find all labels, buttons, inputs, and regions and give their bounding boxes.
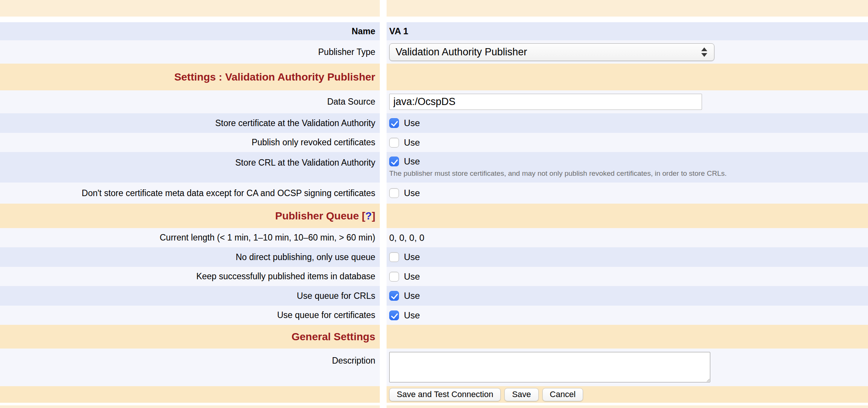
use-label: Use [404, 137, 420, 148]
queue-crls-label: Use queue for CRLs [297, 291, 375, 301]
cancel-button[interactable]: Cancel [542, 388, 583, 401]
row-dont-store-meta: Don't store certificate meta data except… [0, 183, 868, 204]
table-gap [0, 403, 868, 405]
publisher-type-select[interactable]: Validation Authority Publisher [389, 43, 714, 61]
no-direct-publishing-checkbox[interactable] [389, 252, 399, 262]
name-label: Name [352, 26, 375, 37]
table-gap [0, 17, 868, 22]
store-certificate-checkbox[interactable] [389, 118, 399, 128]
store-crl-label: Store CRL at the Validation Authority [235, 157, 375, 168]
use-label: Use [404, 310, 420, 321]
data-source-label: Data Source [327, 96, 375, 107]
keep-published-checkbox[interactable] [389, 272, 399, 282]
row-data-source: Data Source [0, 90, 868, 113]
row-description: Description [0, 349, 868, 386]
store-certificate-label: Store certificate at the Validation Auth… [215, 118, 375, 129]
use-label: Use [404, 271, 420, 282]
general-settings-section-title: General Settings [291, 331, 375, 343]
row-no-direct-publishing: No direct publishing, only use queue Use [0, 247, 868, 267]
description-textarea[interactable] [389, 352, 710, 382]
row-publish-revoked: Publish only revoked certificates Use [0, 133, 868, 152]
store-crl-note: The publisher must store certificates, a… [389, 169, 727, 178]
use-label: Use [404, 291, 420, 301]
save-and-test-connection-button[interactable]: Save and Test Connection [389, 388, 501, 401]
bottom-spacer-band [0, 405, 868, 408]
publisher-type-selected-value: Validation Authority Publisher [396, 46, 527, 58]
name-value: VA 1 [389, 26, 408, 37]
use-label: Use [404, 118, 420, 128]
data-source-input[interactable] [389, 94, 702, 110]
row-publisher-type: Publisher Type Validation Authority Publ… [0, 40, 868, 64]
current-length-label: Current length (< 1 min, 1–10 min, 10–60… [160, 232, 375, 243]
use-label: Use [404, 252, 420, 262]
use-label: Use [404, 156, 420, 167]
section-header-settings: Settings : Validation Authority Publishe… [0, 64, 868, 90]
use-label: Use [404, 188, 420, 198]
queue-certificates-checkbox[interactable] [389, 311, 399, 320]
row-keep-published: Keep successfully published items in dat… [0, 267, 868, 286]
section-header-general-settings: General Settings [0, 325, 868, 349]
row-buttons: Save and Test Connection Save Cancel [0, 386, 868, 403]
publisher-queue-title-text: Publisher Queue [275, 210, 359, 222]
no-direct-publishing-label: No direct publishing, only use queue [236, 252, 375, 263]
row-current-length: Current length (< 1 min, 1–10 min, 10–60… [0, 228, 868, 247]
top-spacer-band [0, 0, 868, 17]
row-store-crl: Store CRL at the Validation Authority Us… [0, 152, 868, 183]
current-length-value: 0, 0, 0, 0 [389, 233, 424, 243]
row-store-certificate: Store certificate at the Validation Auth… [0, 113, 868, 133]
publisher-queue-help-link[interactable]: ? [365, 210, 372, 222]
select-updown-arrows-icon [701, 47, 708, 57]
publish-revoked-label: Publish only revoked certificates [251, 137, 375, 148]
section-header-publisher-queue: Publisher Queue [?] [0, 204, 868, 228]
queue-certificates-label: Use queue for certificates [277, 310, 375, 321]
save-button[interactable]: Save [504, 388, 538, 401]
keep-published-label: Keep successfully published items in dat… [196, 271, 375, 282]
help-bracket-open: [ [362, 210, 365, 222]
help-bracket-close: ] [372, 210, 375, 222]
dont-store-meta-checkbox[interactable] [389, 188, 399, 198]
store-crl-checkbox[interactable] [389, 157, 399, 166]
publish-revoked-checkbox[interactable] [389, 138, 399, 148]
publisher-type-label: Publisher Type [318, 47, 375, 58]
row-queue-crls: Use queue for CRLs Use [0, 286, 868, 306]
description-label: Description [332, 355, 375, 366]
row-name: Name VA 1 [0, 22, 868, 40]
queue-crls-checkbox[interactable] [389, 291, 399, 301]
dont-store-meta-label: Don't store certificate meta data except… [82, 188, 375, 199]
settings-section-title: Settings : Validation Authority Publishe… [174, 71, 375, 83]
row-queue-certificates: Use queue for certificates Use [0, 306, 868, 325]
publisher-queue-section-title: Publisher Queue [?] [275, 210, 375, 222]
